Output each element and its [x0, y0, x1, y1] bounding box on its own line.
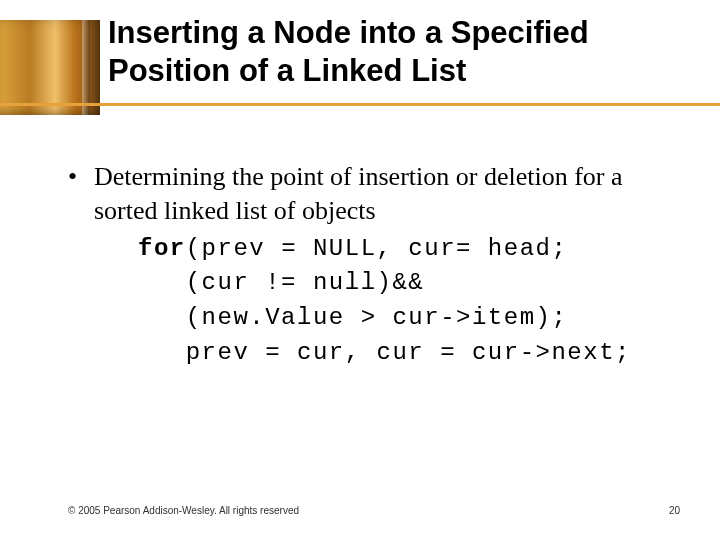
code-block: for(prev = NULL, cur= head; (cur != null… [138, 232, 680, 371]
code-line-1: (prev = NULL, cur= head; [186, 235, 568, 262]
copyright-text: © 2005 Pearson Addison-Wesley. All right… [68, 505, 299, 516]
code-keyword-for: for [138, 235, 186, 262]
slide-body: Determining the point of insertion or de… [68, 160, 680, 379]
slide-title: Inserting a Node into a Specified Positi… [108, 14, 700, 90]
title-underline [0, 103, 720, 106]
bullet-list: Determining the point of insertion or de… [68, 160, 680, 371]
bullet-item: Determining the point of insertion or de… [68, 160, 680, 371]
title-area: Inserting a Node into a Specified Positi… [0, 14, 720, 90]
code-line-3: (new.Value > cur->item); [138, 304, 567, 331]
code-line-4: prev = cur, cur = cur->next; [138, 339, 631, 366]
footer: © 2005 Pearson Addison-Wesley. All right… [68, 505, 680, 516]
bullet-text: Determining the point of insertion or de… [94, 162, 623, 225]
code-line-2: (cur != null)&& [138, 269, 424, 296]
page-number: 20 [669, 505, 680, 516]
